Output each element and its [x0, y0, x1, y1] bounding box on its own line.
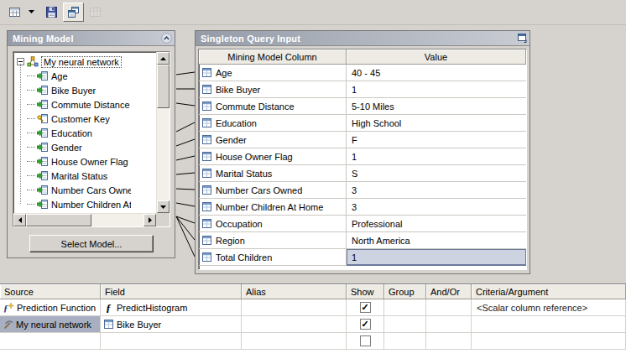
tree-item-marital-status[interactable]: Marital Status [15, 169, 155, 183]
singleton-row-gender: GenderF [199, 132, 526, 148]
mining-model-prediction-designer: Mining Model My neural network AgeBike B… [0, 0, 626, 364]
grid-header-group: Group [384, 284, 426, 299]
scroll-down-button[interactable] [157, 200, 170, 213]
tree-item-label: Commute Distance [51, 100, 130, 110]
group-cell[interactable] [384, 333, 426, 350]
source-cell[interactable] [0, 333, 101, 350]
scroll-right-button[interactable] [143, 214, 156, 226]
header-mining-model-column: Mining Model Column [199, 49, 347, 65]
pane-view-selector-button[interactable] [4, 3, 25, 22]
criteria-cell[interactable] [472, 333, 626, 350]
tree-connector-tick [27, 118, 35, 119]
value-cell[interactable]: 1 [347, 148, 526, 165]
value-cell[interactable]: F [347, 132, 526, 148]
singleton-input-table: Mining Model Column Value Age40 - 45Bike… [198, 49, 527, 270]
field-cell[interactable]: ƒPredictHistogram [101, 299, 242, 316]
value-cell[interactable]: 3 [347, 182, 526, 199]
tree-connector-tick [27, 133, 35, 133]
criteria-cell[interactable]: <Scalar column reference> [472, 299, 626, 316]
alias-cell[interactable] [242, 333, 347, 350]
value-cell[interactable]: S [347, 165, 526, 182]
select-model-button[interactable]: Select Model... [29, 235, 154, 252]
tree-item-number-children-at-home[interactable]: Number Children At Home [15, 197, 155, 211]
input-column-icon [37, 199, 49, 210]
pane-view-selector-dropdown[interactable] [26, 3, 37, 22]
tree-horizontal-scrollbar[interactable] [13, 213, 156, 226]
value-cell[interactable]: 1 [347, 249, 526, 266]
tree-item-gender[interactable]: Gender [15, 140, 155, 154]
singleton-query-input-panel: Singleton Query Input Mining Model Colum… [195, 30, 530, 274]
source-label: My neural network [16, 320, 91, 330]
singleton-query-button[interactable] [63, 3, 84, 22]
column-name-cell: Total Children [199, 249, 347, 266]
float-window-icon[interactable] [515, 33, 527, 44]
tree-vertical-scrollbar[interactable] [156, 52, 170, 213]
column-name-cell: Number Children At Home [199, 199, 347, 216]
value-cell[interactable]: High School [347, 115, 526, 132]
source-cell[interactable]: My neural network [0, 316, 101, 333]
dropdown-arrow-icon [29, 10, 34, 14]
table-column-icon [103, 319, 114, 330]
input-column-icon [37, 156, 49, 167]
scroll-left-button[interactable] [13, 214, 26, 226]
table-column-icon [201, 117, 212, 128]
value-cell[interactable]: 5-10 Miles [347, 98, 526, 115]
tree-connector-tick [27, 204, 35, 205]
show-checkbox[interactable] [360, 335, 371, 346]
group-cell[interactable] [384, 299, 426, 316]
tree-connector-tick [27, 161, 35, 162]
source-cell[interactable]: ƒPrediction Function [0, 299, 101, 316]
singleton-row-bike-buyer: Bike Buyer1 [199, 81, 526, 98]
input-column-icon [37, 170, 49, 181]
scroll-up-button[interactable] [157, 52, 170, 65]
andor-cell[interactable] [426, 299, 472, 316]
chevron-up-icon[interactable] [160, 33, 172, 44]
tree-item-label: Age [51, 71, 68, 81]
tree-item-education[interactable]: Education [15, 126, 155, 140]
mining-model-icon [3, 319, 13, 330]
value-label: 3 [352, 202, 357, 212]
field-cell[interactable]: Bike Buyer [101, 316, 242, 333]
andor-cell[interactable] [426, 316, 472, 333]
query-result-view-button[interactable] [85, 3, 106, 22]
show-checkbox[interactable]: ✓ [360, 302, 371, 313]
tree-connector-tick [27, 175, 35, 176]
value-cell[interactable]: 3 [347, 199, 526, 216]
tree-item-customer-key[interactable]: Customer Key [15, 112, 155, 126]
group-cell[interactable] [384, 316, 426, 333]
mining-model-panel: Mining Model My neural network AgeBike B… [7, 30, 175, 258]
tree-item-commute-distance[interactable]: Commute Distance [15, 97, 155, 112]
tree-item-house-owner-flag[interactable]: House Owner Flag [15, 154, 155, 169]
field-cell[interactable] [101, 333, 242, 350]
criteria-row-1: ƒPrediction FunctionƒPredictHistogram✓<S… [0, 299, 626, 316]
vertical-scroll-thumb[interactable] [157, 65, 170, 108]
alias-cell[interactable] [242, 299, 347, 316]
horizontal-scroll-thumb[interactable] [26, 214, 91, 226]
column-name-cell: Gender [199, 132, 347, 148]
tree-item-age[interactable]: Age [15, 69, 155, 83]
tree-connector-tick [27, 75, 35, 76]
column-name-cell: Education [199, 115, 347, 132]
value-cell[interactable]: 1 [347, 81, 526, 98]
singleton-row-occupation: OccupationProfessional [199, 216, 526, 232]
criteria-grid-rows: ƒPrediction FunctionƒPredictHistogram✓<S… [0, 299, 626, 350]
save-button[interactable] [41, 3, 62, 22]
tree-view: My neural network AgeBike BuyerCommute D… [15, 55, 155, 212]
tree-item-number-cars-owned[interactable]: Number Cars Owned [15, 183, 155, 197]
criteria-cell[interactable] [472, 316, 626, 333]
show-checkbox[interactable]: ✓ [360, 319, 371, 330]
tree-item-bike-buyer[interactable]: Bike Buyer [15, 83, 155, 97]
column-name-cell: Commute Distance [199, 98, 347, 115]
andor-cell[interactable] [426, 333, 472, 350]
show-cell: ✓ [347, 299, 384, 316]
column-name-cell: Occupation [199, 216, 347, 232]
value-cell[interactable]: North America [347, 232, 526, 249]
table-column-icon [201, 67, 212, 78]
value-cell[interactable]: 40 - 45 [347, 65, 526, 81]
alias-cell[interactable] [242, 316, 347, 333]
value-label: North America [352, 236, 410, 246]
tree-children: AgeBike BuyerCommute DistanceCustomer Ke… [15, 69, 155, 211]
column-name-cell: Number Cars Owned [199, 182, 347, 199]
value-cell[interactable]: Professional [347, 216, 526, 232]
tree-root-my-neural-network[interactable]: My neural network [15, 55, 155, 69]
